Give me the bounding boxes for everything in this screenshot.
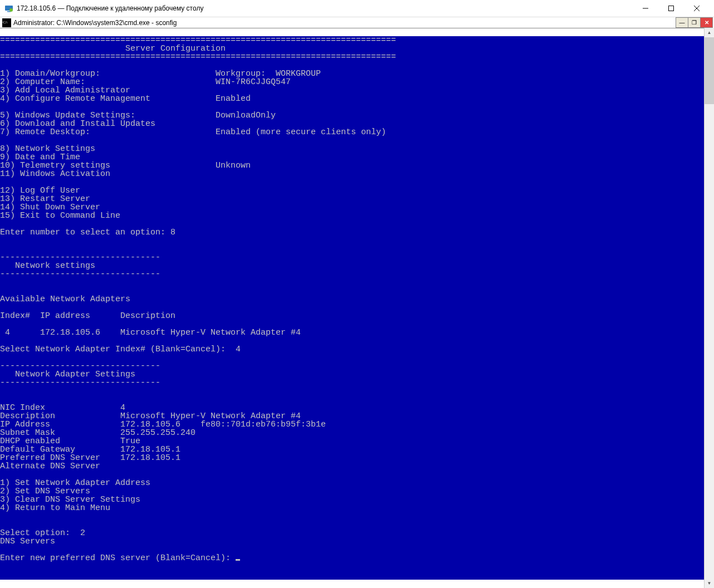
prompt-main: Enter number to select an option: 8 [0,228,175,237]
rdp-title-bar: 172.18.105.6 — Подключение к удаленному … [0,0,714,17]
cmd-icon [2,18,11,27]
cmd-close-button[interactable]: ✕ [700,17,713,28]
menu-line: 11) Windows Activation [0,169,110,179]
svg-rect-4 [669,6,674,11]
menu-line: 4) Configure Remote Management Enabled [0,94,251,104]
nas-menu-line: 4) Return to Main Menu [0,503,110,513]
vertical-scrollbar[interactable]: ▲ ▼ [704,28,714,588]
dns-title: DNS Servers [0,537,55,546]
scroll-up-button[interactable]: ▲ [705,28,714,37]
rdp-icon [4,4,13,13]
cmd-maximize-button[interactable]: ❐ [688,17,701,28]
maximize-button[interactable] [658,0,684,17]
scroll-track[interactable] [705,37,714,579]
rdp-title-text: 172.18.105.6 — Подключение к удаленному … [17,4,203,12]
adapters-title: Available Network Adapters [0,295,130,304]
adapters-cols: Index# IP address Description [0,311,175,321]
nic-line: Alternate DNS Server [0,462,120,471]
cmd-title-bar: Administrator: C:\Windows\system32\cmd.e… [0,17,714,28]
adapters-row: 4 172.18.105.6 Microsoft Hyper-V Network… [0,328,301,337]
sconfig-header-rule: ========================================… [0,52,396,62]
scroll-down-button[interactable]: ▼ [705,579,714,588]
cursor [236,559,240,561]
prompt-adapter: Select Network Adapter Index# (Blank=Can… [0,345,241,354]
net-rule: -------------------------------- [0,270,160,279]
scroll-thumb[interactable] [705,37,714,104]
cmd-title-text: Administrator: C:\Windows\system32\cmd.e… [13,19,177,27]
nas-rule: -------------------------------- [0,378,160,388]
menu-line: 7) Remote Desktop: Enabled (more secure … [0,128,386,137]
console-output[interactable]: ========================================… [0,36,704,580]
menu-line: 15) Exit to Command Line [0,211,120,220]
cmd-minimize-button[interactable]: — [676,17,688,28]
minimize-button[interactable] [633,0,658,17]
svg-point-2 [9,8,13,12]
prompt-dns[interactable]: Enter new preferred DNS server (Blank=Ca… [0,553,240,563]
close-button[interactable] [684,0,710,17]
